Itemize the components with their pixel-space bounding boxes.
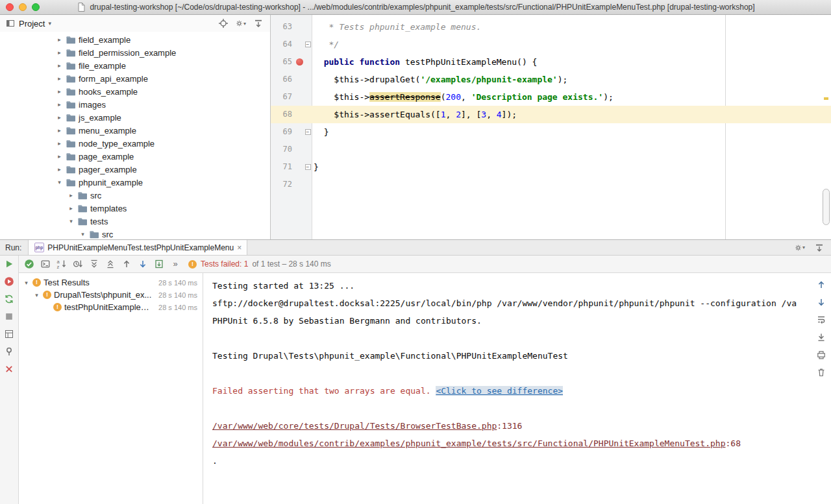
test-console[interactable]: Testing started at 13:25 ...sftp://docke…	[203, 273, 831, 504]
show-ignored-icon[interactable]	[40, 259, 51, 269]
code-line[interactable]: $this->assertResponse(200, 'Description …	[312, 88, 614, 106]
chevron-right-icon[interactable]: ▸	[56, 114, 63, 121]
down-icon[interactable]	[816, 297, 826, 307]
project-tree-item[interactable]: ▸images	[0, 98, 270, 111]
chevron-right-icon[interactable]: ▸	[56, 166, 63, 173]
code-line[interactable]: public function testPhpUnitExampleMenu()…	[312, 53, 537, 71]
chevron-right-icon[interactable]: ▸	[56, 88, 63, 95]
chevron-right-icon[interactable]: ▸	[56, 75, 63, 82]
chevron-down-icon[interactable]: ▾	[79, 231, 86, 237]
console-text: Failed asserting that two arrays are equ…	[212, 386, 436, 396]
file-link[interactable]: /var/www/web/modules/contrib/examples/ph…	[212, 438, 726, 448]
next-failed-icon[interactable]	[138, 259, 148, 269]
project-tree-item[interactable]: ▸page_example	[0, 150, 270, 163]
test-failed-icon[interactable]	[294, 57, 304, 67]
code-line[interactable]	[312, 176, 314, 193]
close-window-button[interactable]	[6, 3, 14, 11]
settings-gear-icon[interactable]: ▾	[795, 243, 805, 253]
rerun-failed-icon[interactable]	[4, 276, 14, 287]
settings-gear-icon[interactable]: ▾	[236, 18, 246, 29]
project-tree-item[interactable]: ▸templates	[0, 202, 270, 215]
titlebar[interactable]: drupal-testing-workshop [~/Code/os/drupa…	[0, 0, 831, 15]
close-tab-icon[interactable]: ×	[237, 243, 242, 252]
locate-icon[interactable]	[218, 18, 229, 29]
hide-panel-icon[interactable]	[253, 18, 264, 29]
soft-wrap-icon[interactable]	[816, 315, 826, 325]
up-icon[interactable]	[816, 280, 826, 290]
code-line[interactable]	[312, 141, 314, 158]
rerun-icon[interactable]	[4, 259, 14, 269]
chevron-right-icon[interactable]: ▸	[56, 140, 63, 147]
hide-toolwindow-icon[interactable]	[814, 243, 825, 253]
code-line[interactable]: }	[312, 123, 329, 141]
minimize-window-button[interactable]	[19, 3, 27, 11]
project-tree-item[interactable]: ▸js_example	[0, 111, 270, 124]
code-editor[interactable]: 63 * Tests phpunit_example menus.64− */6…	[271, 15, 831, 239]
fold-marker[interactable]: −	[305, 129, 311, 135]
show-passed-icon[interactable]	[24, 259, 34, 269]
project-tree-item[interactable]: ▸pager_example	[0, 163, 270, 176]
scroll-to-end-icon[interactable]	[816, 332, 826, 342]
fold-marker[interactable]: −	[305, 164, 311, 170]
chevron-right-icon[interactable]: ▸	[56, 127, 63, 134]
project-tree-item[interactable]: ▾src	[0, 228, 270, 239]
code-line[interactable]: * Tests phpunit_example menus.	[312, 18, 481, 36]
fold-slot	[304, 88, 312, 106]
sort-by-duration-icon[interactable]	[73, 259, 83, 269]
chevron-down-icon[interactable]: ▾	[68, 218, 75, 224]
code-line[interactable]: $this->drupalGet('/examples/phpunit-exam…	[312, 71, 567, 88]
project-tree-item[interactable]: ▸file_example	[0, 59, 270, 72]
restore-layout-icon[interactable]	[4, 329, 14, 339]
chevron-down-icon[interactable]: ▾	[33, 292, 40, 298]
expand-all-icon[interactable]	[89, 259, 99, 269]
code-line[interactable]: }	[312, 158, 319, 176]
toggle-auto-test-icon[interactable]	[4, 294, 14, 304]
warning-stripe-mark[interactable]	[824, 97, 828, 100]
chevron-right-icon[interactable]: ▸	[68, 192, 75, 198]
close-icon[interactable]	[4, 364, 14, 374]
chevron-down-icon[interactable]: ▾	[56, 179, 63, 186]
test-tree-item[interactable]: ▾!Drupal\Tests\phpunit_ex...28 s 140 ms	[19, 289, 203, 301]
editor-line: 70	[271, 141, 831, 158]
more-chevron-icon[interactable]: »	[170, 259, 180, 269]
collapse-all-icon[interactable]	[105, 259, 116, 269]
previous-failed-icon[interactable]	[121, 259, 132, 269]
project-tree-item[interactable]: ▸form_api_example	[0, 72, 270, 85]
project-tree-item[interactable]: ▸field_permission_example	[0, 46, 270, 59]
sort-alphabetically-icon[interactable]: az	[56, 259, 67, 269]
project-header-label[interactable]: Project	[19, 19, 45, 29]
project-tree-item[interactable]: ▸node_type_example	[0, 137, 270, 150]
folder-icon	[66, 125, 76, 136]
project-tree-item[interactable]: ▸hooks_example	[0, 85, 270, 98]
test-duration: 28 s 140 ms	[155, 279, 197, 287]
test-tree-item[interactable]: !testPhpUnitExampleM...28 s 140 ms	[19, 301, 203, 313]
code-line[interactable]: $this->assertEquals([1, 2], [3, 4]);	[312, 106, 517, 123]
project-item-label: tests	[90, 217, 108, 226]
test-tree-item[interactable]: ▾!Test Results28 s 140 ms	[19, 276, 203, 289]
project-tree-item[interactable]: ▸src	[0, 189, 270, 202]
project-tree-item[interactable]: ▾phpunit_example	[0, 176, 270, 189]
chevron-right-icon[interactable]: ▸	[56, 153, 63, 160]
diff-link[interactable]: <Click to see difference>	[436, 386, 563, 396]
gutter-icon-slot	[295, 106, 304, 123]
project-tree-item[interactable]: ▾tests	[0, 215, 270, 228]
chevron-right-icon[interactable]: ▸	[56, 36, 63, 43]
clear-all-icon[interactable]	[816, 367, 826, 378]
chevron-right-icon[interactable]: ▸	[56, 101, 63, 108]
chevron-down-icon[interactable]: ▾	[23, 280, 30, 286]
chevron-right-icon[interactable]: ▸	[68, 205, 75, 211]
export-results-icon[interactable]	[154, 259, 164, 269]
stop-icon[interactable]	[4, 311, 14, 322]
zoom-window-button[interactable]	[32, 3, 40, 11]
project-tree-item[interactable]: ▸field_example	[0, 33, 270, 46]
pin-icon[interactable]	[4, 346, 14, 357]
editor-scrollbar-thumb[interactable]	[823, 189, 830, 225]
code-line[interactable]: */	[312, 36, 339, 53]
fold-marker[interactable]: −	[305, 42, 311, 47]
chevron-right-icon[interactable]: ▸	[56, 62, 63, 69]
print-icon[interactable]	[816, 350, 826, 360]
run-tab[interactable]: php PHPUnitExampleMenuTest.testPhpUnitEx…	[28, 240, 247, 255]
file-link[interactable]: /var/www/web/core/tests/Drupal/Tests/Bro…	[212, 421, 497, 431]
chevron-right-icon[interactable]: ▸	[56, 49, 63, 56]
project-tree-item[interactable]: ▸menu_example	[0, 124, 270, 137]
